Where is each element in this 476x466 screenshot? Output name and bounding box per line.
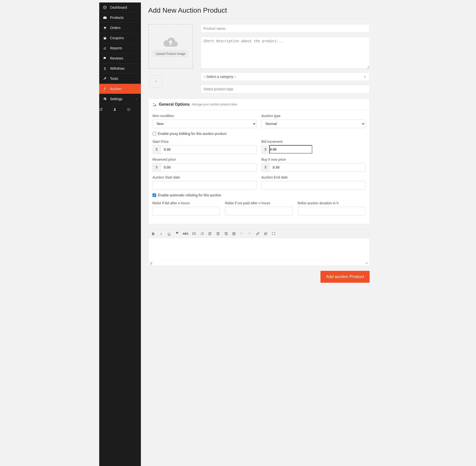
svg-point-5 <box>155 104 156 105</box>
numbered-list-button[interactable]: 123 <box>200 232 204 235</box>
italic-button[interactable]: I <box>159 232 163 236</box>
power-button[interactable] <box>127 104 141 115</box>
cloud-upload-icon <box>162 36 179 48</box>
relist-not-paid-label: Relist if not paid after n hours <box>225 201 293 205</box>
product-name-input[interactable] <box>200 24 370 33</box>
bid-increment-input[interactable] <box>269 145 312 154</box>
upload-image-button[interactable]: Upload Product Image <box>153 51 188 57</box>
underline-button[interactable]: U <box>167 232 171 236</box>
auction-type-select[interactable]: Normal <box>261 119 365 128</box>
category-placeholder: – Select a category – <box>204 75 236 79</box>
sidebar-item-label: Withdraw <box>110 66 125 70</box>
align-left-button[interactable] <box>208 232 212 235</box>
chevron-right-icon: › <box>136 97 137 101</box>
dashboard-icon <box>103 5 107 9</box>
gift-icon <box>103 36 107 40</box>
svg-point-0 <box>104 7 105 8</box>
buy-now-label: Buy it now price <box>261 157 365 161</box>
auto-relist-label: Enable automatic relisting for this auct… <box>158 193 221 197</box>
short-description-textarea[interactable] <box>200 36 370 69</box>
sidebar-item-label: Reviews <box>110 56 123 60</box>
start-date-label: Auction Start date <box>153 175 256 179</box>
redo-button[interactable]: ↷ <box>248 231 252 236</box>
svg-point-2 <box>105 29 106 29</box>
sliders-icon <box>153 102 157 106</box>
sidebar-item-label: Dashboard <box>110 5 127 9</box>
category-select[interactable]: – Select a category – ▼ <box>200 72 370 81</box>
start-price-label: Start Price <box>153 140 256 144</box>
relist-fail-input[interactable] <box>153 207 220 216</box>
sidebar-item-reports[interactable]: Reports <box>99 43 141 53</box>
tags-placeholder: Select product tags <box>204 87 233 91</box>
main-content: Add New Auction Product Upload Product I… <box>141 2 377 466</box>
start-price-input[interactable] <box>160 145 256 154</box>
svg-point-3 <box>114 108 115 109</box>
tags-input[interactable]: Select product tags <box>200 85 370 93</box>
editor-content[interactable] <box>149 238 369 260</box>
auction-type-label: Auction type <box>261 114 365 118</box>
svg-point-8 <box>192 233 193 234</box>
divider <box>148 18 370 18</box>
bold-button[interactable]: B <box>151 232 156 236</box>
sidebar-item-withdraw[interactable]: Withdraw <box>99 63 141 74</box>
briefcase-icon <box>103 16 107 19</box>
item-condition-select[interactable]: New <box>153 119 256 128</box>
sidebar-item-dashboard[interactable]: Dashboard <box>99 2 141 13</box>
undo-button[interactable]: ↶ <box>240 231 244 236</box>
editor-toolbar: B I U ❝ ABC 123 <box>149 229 369 238</box>
align-center-button[interactable] <box>216 232 220 235</box>
bullet-list-button[interactable] <box>192 232 196 235</box>
upload-image-box[interactable]: Upload Product Image <box>148 24 193 69</box>
sidebar-item-label: Reports <box>110 46 122 50</box>
sidebar-item-products[interactable]: Products <box>99 13 141 23</box>
svg-point-6 <box>154 105 155 106</box>
sidebar-item-coupons[interactable]: Coupons <box>99 33 141 43</box>
buy-now-input[interactable] <box>269 163 365 172</box>
strikethrough-button[interactable]: ABC <box>183 232 189 235</box>
external-link-button[interactable] <box>99 104 113 115</box>
blockquote-button[interactable]: ❝ <box>175 231 179 236</box>
sidebar-item-settings[interactable]: Settings › <box>99 94 141 104</box>
plus-icon: ＋ <box>154 78 158 84</box>
page-title: Add New Auction Product <box>148 6 370 14</box>
sidebar-item-orders[interactable]: Orders <box>99 23 141 33</box>
svg-text:3: 3 <box>200 234 201 235</box>
relist-fail-label: Relist if fail after n hours <box>153 201 220 205</box>
add-gallery-image-button[interactable]: ＋ <box>148 75 163 88</box>
svg-point-7 <box>192 232 193 233</box>
sidebar: Dashboard Products Orders Coupons <box>99 2 141 466</box>
reserved-price-label: Reserved price <box>153 157 256 161</box>
relist-not-paid-input[interactable] <box>225 207 293 216</box>
align-right-button[interactable] <box>224 232 228 235</box>
item-condition-label: Item condition <box>153 114 256 118</box>
wrench-icon <box>103 77 107 80</box>
sidebar-item-tools[interactable]: Tools <box>99 74 141 84</box>
start-date-input[interactable] <box>153 181 256 190</box>
add-auction-product-button[interactable]: Add auction Product <box>320 271 369 283</box>
end-date-label: Auction End date <box>261 175 365 179</box>
unlink-button[interactable] <box>263 232 268 235</box>
currency-symbol: $ <box>153 145 161 154</box>
svg-point-4 <box>153 103 154 104</box>
proxy-bidding-checkbox[interactable] <box>153 132 156 135</box>
profile-button[interactable] <box>113 104 127 115</box>
relist-duration-input[interactable] <box>298 207 365 216</box>
end-date-input[interactable] <box>261 181 365 190</box>
comments-icon <box>103 57 107 60</box>
sidebar-item-reviews[interactable]: Reviews <box>99 53 141 63</box>
reserved-price-input[interactable] <box>160 163 256 172</box>
align-justify-button[interactable] <box>232 232 236 235</box>
sidebar-item-auction[interactable]: Auction <box>99 84 141 94</box>
currency-symbol: $ <box>153 163 161 172</box>
gavel-icon <box>103 87 107 91</box>
chart-icon <box>103 46 107 50</box>
cart-icon <box>103 26 107 30</box>
auto-relist-checkbox[interactable] <box>153 193 156 197</box>
editor-resize-handle[interactable]: ◢ <box>365 261 367 265</box>
sidebar-item-label: Products <box>110 16 124 20</box>
fullscreen-button[interactable] <box>271 232 276 235</box>
svg-point-1 <box>104 29 105 29</box>
link-button[interactable] <box>255 232 260 235</box>
sidebar-item-label: Coupons <box>110 36 124 40</box>
currency-symbol: $ <box>261 163 270 172</box>
